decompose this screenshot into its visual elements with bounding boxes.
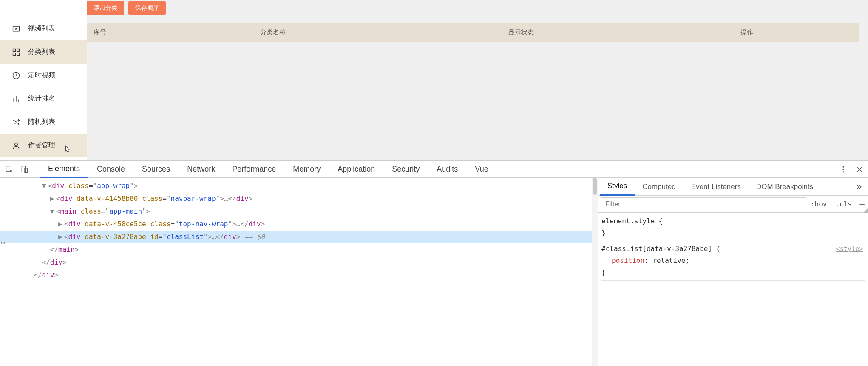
sidebar-item-random-list[interactable]: 随机列表	[0, 110, 87, 134]
rule-element-style[interactable]: element.style { }	[601, 215, 865, 241]
svg-point-11	[842, 166, 844, 167]
tree-line[interactable]: ▶<div data-v-41458b80 class="navbar-wrap…	[0, 192, 598, 205]
tab-sources[interactable]: Sources	[133, 161, 179, 178]
sidebar-item-label: 作者管理	[28, 141, 55, 150]
devtools-tabbar: Elements Console Sources Network Perform…	[0, 161, 868, 178]
corner-triangle-icon	[863, 208, 868, 213]
cls-toggle[interactable]: .cls	[831, 200, 856, 208]
chevrons-right-icon[interactable]	[851, 183, 866, 191]
rule-source-link[interactable]: <style>	[836, 243, 863, 255]
kebab-menu-icon[interactable]	[837, 163, 850, 176]
tree-line[interactable]: ▼<div class="app-wrap">	[0, 180, 598, 192]
toolbar: 添加分类 保存顺序	[87, 0, 859, 23]
svg-rect-5	[17, 53, 20, 55]
table-header-op: 操作	[634, 28, 859, 37]
video-list-icon	[12, 25, 20, 33]
table-header-row: 序号 分类名称 显示状态 操作	[87, 23, 859, 42]
svg-rect-3	[17, 49, 20, 51]
hov-toggle[interactable]: :hov	[806, 200, 831, 208]
styles-filter-bar: :hov .cls +	[598, 196, 868, 213]
devtools-panel: Elements Console Sources Network Perform…	[0, 160, 868, 366]
tree-line[interactable]: </main>	[0, 243, 598, 256]
tab-performance[interactable]: Performance	[224, 161, 284, 178]
styles-filter-input[interactable]	[601, 197, 806, 211]
inspect-element-icon[interactable]	[2, 162, 17, 177]
svg-point-12	[842, 169, 844, 170]
sidebar-item-statistics[interactable]: 统计排名	[0, 87, 87, 110]
tab-elements[interactable]: Elements	[40, 161, 88, 178]
sidebar-item-video-list[interactable]: 视频列表	[0, 17, 87, 40]
tab-dom-breakpoints[interactable]: DOM Breakpoints	[749, 178, 821, 196]
ellipsis-icon[interactable]: ⋯	[1, 236, 6, 249]
sidebar-item-label: 定时视频	[28, 71, 55, 80]
svg-point-7	[15, 143, 18, 146]
main-content: 添加分类 保存顺序 序号 分类名称 显示状态 操作	[87, 0, 868, 160]
svg-point-13	[842, 171, 844, 172]
tab-network[interactable]: Network	[179, 161, 224, 178]
tab-event-listeners[interactable]: Event Listeners	[684, 178, 749, 196]
sidebar-item-label: 随机列表	[28, 118, 55, 127]
sidebar: 视频列表 分类列表 定时视频 统计排名	[0, 0, 87, 160]
tab-console[interactable]: Console	[88, 161, 133, 178]
styles-panel: Styles Computed Event Listeners DOM Brea…	[598, 178, 868, 366]
scrollbar-vertical[interactable]	[592, 178, 598, 366]
tab-computed[interactable]: Computed	[635, 178, 683, 196]
category-table: 序号 分类名称 显示状态 操作	[87, 23, 859, 42]
styles-rules[interactable]: element.style { } <style> #classList[dat…	[598, 213, 868, 366]
svg-rect-4	[13, 53, 16, 55]
table-header-status: 显示状态	[408, 28, 634, 37]
sidebar-item-label: 分类列表	[28, 48, 55, 56]
tree-line[interactable]: </div>	[0, 269, 598, 282]
device-toggle-icon[interactable]	[17, 162, 32, 177]
shuffle-icon	[12, 118, 20, 127]
tab-memory[interactable]: Memory	[284, 161, 329, 178]
tab-audits[interactable]: Audits	[428, 161, 466, 178]
close-icon[interactable]	[853, 163, 866, 176]
tab-styles[interactable]: Styles	[600, 178, 635, 196]
tree-line[interactable]: ▶<div data-v-458ce5ce class="top-nav-wra…	[0, 218, 598, 231]
tree-line-selected[interactable]: ▶<div data-v-3a278abe id="classList">…</…	[0, 231, 598, 243]
divider	[36, 164, 36, 175]
sidebar-item-category-list[interactable]: 分类列表	[0, 40, 87, 64]
tab-vue[interactable]: Vue	[466, 161, 496, 178]
bar-chart-icon	[12, 95, 20, 103]
tab-security[interactable]: Security	[383, 161, 428, 178]
clock-icon	[12, 71, 20, 80]
table-header-name: 分类名称	[138, 28, 408, 37]
sidebar-item-label: 统计排名	[28, 94, 55, 103]
rule-classlist[interactable]: <style> #classList[data-v-3a278abe] { po…	[601, 243, 865, 281]
sidebar-item-author-management[interactable]: 作者管理	[0, 134, 87, 157]
sidebar-item-label: 视频列表	[28, 24, 55, 33]
add-category-button[interactable]: 添加分类	[87, 1, 124, 15]
grid-icon	[12, 48, 20, 56]
tab-application[interactable]: Application	[329, 161, 383, 178]
person-icon	[12, 141, 20, 150]
sidebar-item-scheduled-video[interactable]: 定时视频	[0, 64, 87, 87]
tree-line[interactable]: ▼<main class="app-main">	[0, 205, 598, 218]
svg-rect-2	[13, 49, 16, 51]
elements-tree[interactable]: ⋯ ▼<div class="app-wrap"> ▶<div data-v-4…	[0, 178, 598, 366]
save-order-button[interactable]: 保存顺序	[128, 1, 166, 15]
table-header-seq: 序号	[87, 28, 138, 37]
svg-marker-1	[15, 28, 17, 30]
tree-line[interactable]: </div>	[0, 256, 598, 269]
styles-tabbar: Styles Computed Event Listeners DOM Brea…	[598, 178, 868, 196]
